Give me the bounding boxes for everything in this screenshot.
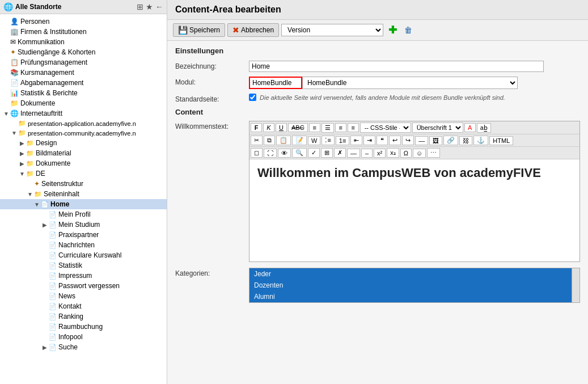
- subscript-button[interactable]: x₂: [387, 148, 399, 158]
- star-icon[interactable]: ★: [146, 2, 153, 11]
- paste-text-button[interactable]: 📝: [292, 136, 307, 145]
- sidebar-item-praxispartner[interactable]: 📄 Praxispartner: [0, 230, 167, 240]
- remove-format-button[interactable]: ✗: [334, 148, 346, 158]
- indent-more-button[interactable]: ⇥: [363, 136, 375, 145]
- cancel-button[interactable]: ✖ Abbrechen: [227, 23, 279, 37]
- blockquote-button[interactable]: ❝: [377, 136, 388, 145]
- bold-button[interactable]: F: [251, 123, 262, 132]
- image-button[interactable]: 🖼: [429, 136, 442, 145]
- sidebar-item-kontakt[interactable]: 📄 Kontakt: [0, 301, 167, 311]
- save-button[interactable]: 💾 Speichern: [173, 23, 225, 37]
- back-icon[interactable]: ←: [155, 2, 163, 11]
- version-select[interactable]: Version: [281, 24, 383, 36]
- align-justify-button[interactable]: ≡: [348, 123, 359, 132]
- sidebar-item-passwort-vergessen[interactable]: 📄 Passwort vergessen: [0, 281, 167, 291]
- sidebar-item-design[interactable]: ▶ 📁 Design: [0, 138, 167, 148]
- highlight-button[interactable]: ab̲: [477, 123, 491, 133]
- sidebar-item-pruefungsmanagement[interactable]: 📋 Prüfungsmanagement: [0, 57, 167, 67]
- spell-button[interactable]: ✓: [308, 148, 320, 158]
- sidebar-item-label: Nachrichten: [58, 241, 95, 249]
- source-button[interactable]: ◻: [251, 148, 263, 158]
- align-left-button[interactable]: ≡: [309, 123, 320, 132]
- kategorien-scrollbar[interactable]: [572, 268, 579, 302]
- editor-area: F K U ABC ≡ ☰ ≡ ≡ -- CSS-Stile -- Übersc…: [249, 121, 580, 262]
- strikethrough-button[interactable]: ABC: [288, 123, 308, 132]
- undo-button[interactable]: ↩: [389, 136, 401, 145]
- delete-version-button[interactable]: 🗑: [401, 23, 415, 37]
- indent-less-button[interactable]: ⇤: [350, 136, 362, 145]
- sidebar-item-pres-app[interactable]: 📁 presentation-application.academyfive.n: [0, 119, 167, 128]
- page-icon-home: 📄: [41, 201, 49, 208]
- more-button[interactable]: ⋯: [427, 148, 440, 158]
- sidebar-item-pres-community[interactable]: ▼ 📁 presentation-community.academyfive.n: [0, 128, 167, 138]
- list-ordered-button[interactable]: 1≡: [336, 136, 350, 145]
- list-item[interactable]: Jeder: [249, 268, 579, 280]
- sidebar-item-dokumente2[interactable]: ▶ 📁 Dokumente: [0, 158, 167, 168]
- bezeichnung-input[interactable]: [249, 61, 544, 72]
- sidebar-item-kommunikation[interactable]: ✉ Kommunikation: [0, 37, 167, 47]
- special-chars-button[interactable]: Ω: [400, 149, 412, 158]
- dash-button[interactable]: —: [347, 149, 360, 158]
- emotion-button[interactable]: ☺: [413, 149, 426, 158]
- sidebar-item-internetauftritt[interactable]: ▼ 🌐 Internetauftritt: [0, 108, 167, 119]
- align-right-button[interactable]: ≡: [335, 123, 346, 132]
- sidebar-item-bildmaterial[interactable]: ▶ 📁 Bildmaterial: [0, 148, 167, 158]
- paste-button[interactable]: 📋: [276, 136, 291, 145]
- sidebar-item-personen[interactable]: 👤 Personen: [0, 16, 167, 27]
- preview-button[interactable]: 👁: [278, 149, 291, 158]
- sidebar-item-statistik[interactable]: 📊 Statistik & Berichte: [0, 88, 167, 98]
- fullscreen-button[interactable]: ⛶: [264, 149, 277, 158]
- html-button[interactable]: HTML: [489, 136, 513, 145]
- sidebar-item-impressum[interactable]: 📄 Impressum: [0, 271, 167, 281]
- sidebar-item-statistik2[interactable]: 📄 Statistik: [0, 260, 167, 271]
- add-version-button[interactable]: ✚: [386, 23, 399, 37]
- sidebar-item-de[interactable]: ▼ 📁 DE: [0, 168, 167, 179]
- sidebar-item-studiengaenge[interactable]: ✦ Studiengänge & Kohorten: [0, 47, 167, 57]
- modul-dropdown[interactable]: HomeBundle: [302, 77, 518, 89]
- modul-input[interactable]: [250, 78, 301, 88]
- find-button[interactable]: 🔍: [292, 148, 307, 158]
- css-style-select[interactable]: -- CSS-Stile --: [360, 123, 411, 133]
- list-unordered-button[interactable]: ⁚≡: [322, 136, 334, 145]
- em-dash-button[interactable]: –: [361, 149, 373, 158]
- list-item[interactable]: Dozenten: [249, 280, 579, 291]
- sidebar-item-raumbuchung[interactable]: 📄 Raumbuchung: [0, 322, 167, 332]
- link-button[interactable]: 🔗: [443, 136, 458, 145]
- format-button[interactable]: ⊞: [321, 148, 333, 158]
- separator1[interactable]: —: [415, 136, 428, 145]
- sidebar-item-ranking[interactable]: 📄 Ranking: [0, 311, 167, 322]
- sidebar-item-home[interactable]: ▼ 📄 Home: [0, 199, 167, 209]
- sidebar-item-news[interactable]: 📄 News: [0, 291, 167, 301]
- sidebar-item-seitenstruktur[interactable]: ✦ Seitenstruktur: [0, 179, 167, 189]
- folder5-icon: 📁: [26, 150, 34, 157]
- font-color-button[interactable]: A: [464, 123, 476, 132]
- sidebar-item-suche[interactable]: ▶ 📄 Suche: [0, 342, 167, 352]
- sidebar-item-mein-studium[interactable]: ▶ 📄 Mein Studium: [0, 220, 167, 230]
- italic-button[interactable]: K: [263, 123, 274, 132]
- page-icon5: 📄: [49, 252, 57, 259]
- redo-button[interactable]: ↪: [402, 136, 414, 145]
- grid-icon[interactable]: ⊞: [137, 2, 143, 11]
- sidebar-item-curriculare-kurswahl[interactable]: 📄 Curriculare Kurswahl: [0, 250, 167, 260]
- underline-button[interactable]: U: [276, 123, 287, 132]
- sidebar-item-nachrichten[interactable]: 📄 Nachrichten: [0, 240, 167, 250]
- cut-button[interactable]: ✂: [251, 136, 263, 145]
- kategorien-list[interactable]: Jeder Dozenten Alumni: [249, 268, 580, 303]
- copy-button[interactable]: ⧉: [264, 136, 275, 145]
- sidebar-item-dokumente[interactable]: 📁 Dokumente: [0, 98, 167, 108]
- standardseite-checkbox[interactable]: [249, 94, 256, 101]
- paste-word-button[interactable]: W: [308, 136, 320, 145]
- sidebar-item-firmen[interactable]: 🏢 Firmen & Institutionen: [0, 27, 167, 37]
- unlink-button[interactable]: ⛓: [459, 136, 472, 145]
- sidebar-item-seiteninhalt[interactable]: ▼ 📁 Seiteninhalt: [0, 189, 167, 199]
- superscript-button[interactable]: x²: [374, 149, 386, 158]
- sidebar-item-mein-profil[interactable]: 📄 Mein Profil: [0, 209, 167, 220]
- sidebar-item-abgabemanagement[interactable]: 📄 Abgabemanagement: [0, 78, 167, 88]
- sidebar-item-kursmanagement[interactable]: 📚 Kursmanagement: [0, 67, 167, 78]
- sidebar-item-infopool[interactable]: 📄 Infopool: [0, 332, 167, 342]
- anchor-button[interactable]: ⚓: [473, 136, 488, 145]
- list-item[interactable]: Alumni: [249, 291, 579, 302]
- heading-select[interactable]: Überschrift 1: [412, 123, 463, 133]
- align-center-button[interactable]: ☰: [322, 123, 334, 133]
- editor-content[interactable]: Willkommen im CampusWEB von academyFIVE: [249, 159, 579, 261]
